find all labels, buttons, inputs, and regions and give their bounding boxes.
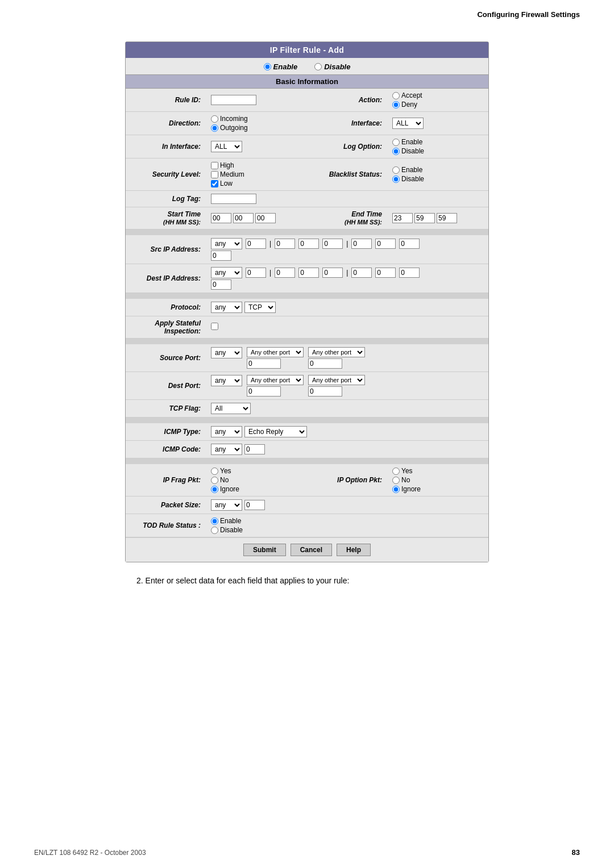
ip-frag-no-label[interactable]: No	[211, 476, 302, 484]
ip-option-no-label[interactable]: No	[392, 476, 484, 484]
dest-port-input-2[interactable]	[308, 386, 342, 397]
security-high-label[interactable]: High	[211, 161, 302, 169]
log-tag-input[interactable]	[211, 194, 256, 204]
icmp-code-select[interactable]: any	[211, 444, 242, 455]
rule-id-input[interactable]	[211, 95, 256, 105]
disable-radio[interactable]	[314, 63, 322, 70]
source-port-select[interactable]: any	[211, 347, 242, 358]
dest-ip-oct4[interactable]	[351, 268, 372, 278]
protocol-select-2[interactable]: TCP	[244, 302, 276, 313]
source-port-input-2[interactable]	[308, 358, 342, 369]
dest-ip-mask[interactable]	[246, 268, 266, 278]
tod-enable-radio[interactable]	[211, 518, 218, 525]
ip-frag-ignore-label[interactable]: Ignore	[211, 485, 302, 493]
security-checkbox-group: High Medium Low	[211, 161, 302, 187]
src-ip-oct6[interactable]	[399, 239, 420, 249]
dest-ip-extra-input[interactable]	[211, 279, 231, 290]
blacklist-disable-radio[interactable]	[392, 176, 400, 183]
enable-radio[interactable]	[264, 63, 271, 70]
src-ip-oct4[interactable]	[351, 239, 372, 249]
ip-frag-no-radio[interactable]	[211, 477, 218, 484]
src-ip-extra-input[interactable]	[211, 251, 231, 261]
protocol-select-1[interactable]: any	[211, 302, 242, 313]
end-time-ss[interactable]	[437, 213, 457, 223]
start-time-ss[interactable]	[255, 213, 276, 223]
action-accept-label[interactable]: Accept	[392, 91, 484, 99]
log-disable-radio[interactable]	[392, 148, 400, 155]
help-button[interactable]: Help	[337, 544, 371, 556]
dest-port-input-1[interactable]	[247, 386, 281, 397]
src-ip-oct3[interactable]	[322, 239, 343, 249]
in-interface-select[interactable]: ALL	[211, 141, 242, 152]
ip-frag-yes-radio[interactable]	[211, 468, 218, 475]
src-ip-oct1[interactable]	[275, 239, 295, 249]
start-time-hh[interactable]	[211, 213, 231, 223]
blacklist-enable-radio[interactable]	[392, 166, 400, 174]
security-low-checkbox[interactable]	[211, 180, 218, 187]
packet-size-select[interactable]: any	[211, 499, 242, 511]
blacklist-enable-label[interactable]: Enable	[392, 166, 484, 174]
dest-ip-oct6[interactable]	[399, 268, 420, 278]
icmp-code-input[interactable]	[244, 444, 265, 454]
dest-ip-oct5[interactable]	[375, 268, 396, 278]
direction-incoming-radio[interactable]	[211, 115, 218, 123]
interface-select[interactable]: ALL	[392, 118, 424, 129]
dest-port-type-1[interactable]: Any other port	[247, 375, 304, 385]
tod-disable-radio[interactable]	[211, 527, 218, 534]
dest-ip-oct3[interactable]	[322, 268, 343, 278]
log-enable-label[interactable]: Enable	[392, 138, 484, 146]
submit-button[interactable]: Submit	[243, 544, 286, 556]
action-label: Action:	[307, 89, 387, 112]
ip-frag-ignore-radio[interactable]	[211, 486, 218, 493]
src-ip-mask[interactable]	[246, 239, 266, 249]
action-deny-radio[interactable]	[392, 101, 400, 108]
disable-radio-label[interactable]: Disable	[314, 62, 350, 71]
action-deny-label[interactable]: Deny	[392, 101, 484, 108]
ip-option-yes-label[interactable]: Yes	[392, 467, 484, 475]
dest-port-type-2[interactable]: Any other port	[308, 375, 365, 385]
dest-ip-oct2[interactable]	[298, 268, 319, 278]
cancel-button[interactable]: Cancel	[291, 544, 332, 556]
icmp-type-select-1[interactable]: any	[211, 426, 242, 437]
rule-action-row: Rule ID: Action: Accept Deny	[126, 89, 488, 112]
src-ip-oct2[interactable]	[298, 239, 319, 249]
ip-option-yes-radio[interactable]	[392, 468, 400, 475]
end-time-mm[interactable]	[414, 213, 435, 223]
security-medium-checkbox[interactable]	[211, 171, 218, 178]
ip-option-ignore-label[interactable]: Ignore	[392, 485, 484, 493]
ip-frag-yes-label[interactable]: Yes	[211, 467, 302, 475]
security-high-checkbox[interactable]	[211, 162, 218, 169]
source-port-type-2[interactable]: Any other port	[308, 347, 365, 357]
src-ip-select[interactable]: any	[211, 238, 242, 249]
ip-option-ignore-radio[interactable]	[392, 486, 400, 493]
ip-option-no-radio[interactable]	[392, 477, 400, 484]
start-time-mm[interactable]	[233, 213, 254, 223]
direction-outgoing-label[interactable]: Outgoing	[211, 124, 302, 132]
log-disable-label[interactable]: Disable	[392, 147, 484, 155]
end-time-hh[interactable]	[392, 213, 413, 223]
tod-enable-label[interactable]: Enable	[211, 517, 484, 525]
blacklist-disable-label[interactable]: Disable	[392, 175, 484, 183]
direction-incoming-label[interactable]: Incoming	[211, 115, 302, 123]
packet-size-input[interactable]	[244, 500, 265, 510]
enable-radio-label[interactable]: Enable	[264, 62, 298, 71]
action-accept-radio[interactable]	[392, 92, 400, 99]
stateful-checkbox[interactable]	[211, 323, 218, 330]
dest-port-select[interactable]: any	[211, 375, 242, 386]
direction-outgoing-radio[interactable]	[211, 124, 218, 132]
log-disable-text: Disable	[401, 147, 424, 155]
tcp-flag-cell: All	[205, 400, 488, 418]
dest-ip-select[interactable]: any	[211, 267, 242, 278]
src-ip-oct5[interactable]	[375, 239, 396, 249]
start-time-cell	[205, 207, 307, 229]
security-medium-label[interactable]: Medium	[211, 170, 302, 178]
tcp-flag-select[interactable]: All	[211, 403, 251, 414]
source-port-type-1[interactable]: Any other port	[247, 347, 304, 357]
security-low-label[interactable]: Low	[211, 180, 302, 187]
interface-cell: ALL	[387, 112, 488, 135]
dest-ip-oct1[interactable]	[275, 268, 295, 278]
log-enable-radio[interactable]	[392, 139, 400, 146]
tod-disable-label[interactable]: Disable	[211, 526, 484, 534]
source-port-input-1[interactable]	[247, 358, 281, 369]
icmp-type-select-2[interactable]: Echo Reply	[244, 426, 307, 437]
